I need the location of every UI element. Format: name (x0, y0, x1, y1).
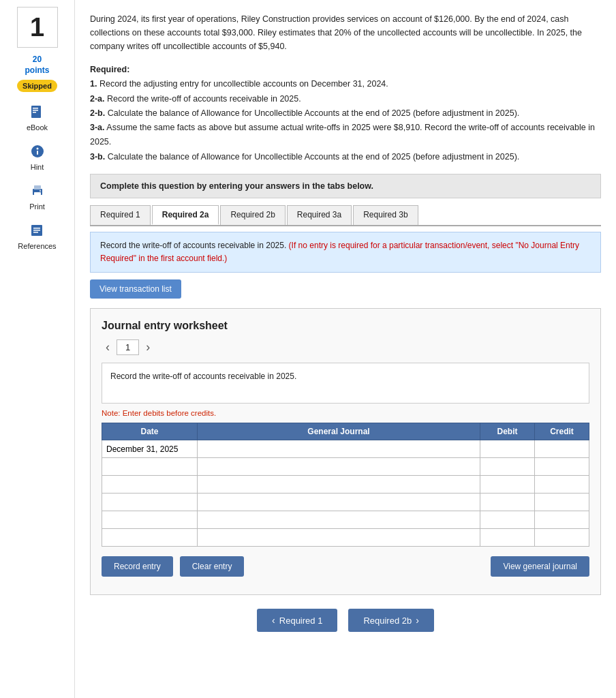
req-2a: 2-a. Record the write-off of accounts re… (90, 92, 601, 106)
prev-arrow-icon: ‹ (272, 615, 275, 626)
credit-input-6[interactable] (539, 533, 585, 543)
date-cell-5 (102, 511, 198, 529)
main-content: During 2024, its first year of operation… (75, 0, 616, 698)
date-input-1[interactable] (106, 444, 193, 454)
date-input-5[interactable] (106, 515, 193, 525)
journal-cell-6 (198, 529, 480, 547)
prev-nav-label: Required 1 (279, 616, 323, 626)
debit-cell-2 (480, 458, 535, 476)
date-cell-1 (102, 440, 198, 458)
table-row (102, 529, 589, 547)
worksheet-title: Journal entry worksheet (102, 320, 589, 332)
journal-input-3[interactable] (202, 480, 476, 489)
skipped-badge: Skipped (17, 80, 57, 92)
view-general-journal-button[interactable]: View general journal (491, 556, 589, 577)
svg-point-10 (40, 190, 41, 192)
table-row (102, 440, 589, 458)
col-header-journal: General Journal (198, 423, 480, 440)
tab-required3a[interactable]: Required 3a (287, 205, 352, 225)
question-number-box: 1 (17, 7, 58, 48)
debit-cell-6 (480, 529, 535, 547)
col-header-date: Date (102, 423, 198, 440)
journal-cell-4 (198, 494, 480, 511)
svg-rect-8 (34, 185, 41, 189)
debit-cell-1 (480, 440, 535, 458)
sidebar-item-ebook-label: eBook (27, 123, 48, 132)
debit-input-4[interactable] (484, 498, 530, 507)
debit-cell-3 (480, 476, 535, 494)
journal-input-4[interactable] (202, 498, 476, 507)
points-value: 20 (33, 55, 42, 64)
required-list: Required: 1. Record the adjusting entry … (90, 63, 601, 164)
sidebar-item-references-label: References (18, 242, 56, 250)
req-3b-text: Calculate the balance of Allowance for U… (108, 152, 520, 162)
svg-rect-6 (37, 151, 38, 155)
date-input-2[interactable] (106, 462, 193, 472)
req-3b: 3-b. Calculate the balance of Allowance … (90, 150, 601, 164)
next-arrow-icon: › (416, 615, 419, 626)
required-heading: Required: (90, 65, 129, 74)
tab-required2b[interactable]: Required 2b (220, 205, 285, 225)
svg-rect-13 (33, 230, 40, 231)
print-icon (27, 181, 48, 201)
prev-nav-button[interactable]: ‹ Required 1 (257, 609, 337, 632)
next-nav-button[interactable]: Required 2b › (348, 609, 434, 632)
page-number-box: 1 (117, 339, 139, 355)
debit-input-3[interactable] (484, 480, 530, 489)
credit-cell-6 (535, 529, 589, 547)
svg-rect-12 (33, 228, 40, 229)
svg-rect-9 (34, 192, 41, 196)
record-entry-button[interactable]: Record entry (102, 556, 173, 577)
clear-entry-button[interactable]: Clear entry (180, 556, 245, 577)
credit-input-5[interactable] (539, 515, 585, 525)
credit-input-2[interactable] (539, 462, 585, 472)
journal-cell-1 (198, 440, 480, 458)
journal-cell-3 (198, 476, 480, 494)
blue-instruction: Record the write-off of accounts receiva… (90, 232, 601, 273)
sidebar-item-ebook[interactable]: eBook (27, 102, 48, 132)
debit-input-5[interactable] (484, 515, 530, 525)
entry-description-box: Record the write-off of accounts receiva… (102, 363, 589, 404)
sidebar: 1 20 points Skipped eBook (0, 0, 75, 698)
sidebar-item-print[interactable]: Print (27, 181, 48, 211)
worksheet-nav: ‹ 1 › (102, 339, 589, 356)
points-display: 20 points (25, 55, 50, 76)
date-cell-2 (102, 458, 198, 476)
view-transaction-button[interactable]: View transaction list (90, 279, 181, 299)
blue-instruction-main: Record the write-off of accounts receiva… (100, 241, 286, 250)
date-input-4[interactable] (106, 498, 193, 507)
journal-input-6[interactable] (202, 533, 476, 543)
debit-cell-5 (480, 511, 535, 529)
req-3a: 3-a. Assume the same facts as above but … (90, 121, 601, 150)
journal-input-2[interactable] (202, 462, 476, 472)
journal-cell-2 (198, 458, 480, 476)
col-header-debit: Debit (480, 423, 535, 440)
tab-required3b[interactable]: Required 3b (353, 205, 418, 225)
sidebar-item-print-label: Print (29, 202, 45, 211)
debit-input-1[interactable] (484, 444, 530, 454)
svg-rect-1 (33, 108, 38, 109)
journal-input-5[interactable] (202, 515, 476, 525)
credit-input-3[interactable] (539, 480, 585, 489)
debit-input-6[interactable] (484, 533, 530, 543)
tab-required1[interactable]: Required 1 (90, 205, 151, 225)
note-text: Note: Enter debits before credits. (102, 409, 589, 417)
date-input-6[interactable] (106, 533, 193, 543)
table-row (102, 458, 589, 476)
points-text: points (25, 65, 50, 75)
journal-input-1[interactable] (202, 444, 476, 454)
prev-page-arrow[interactable]: ‹ (102, 339, 114, 356)
tab-required2a[interactable]: Required 2a (152, 205, 219, 225)
date-cell-6 (102, 529, 198, 547)
debit-cell-4 (480, 494, 535, 511)
sidebar-item-references[interactable]: References (18, 220, 56, 250)
credit-input-1[interactable] (539, 444, 585, 454)
req-2b-text: Calculate the balance of Allowance for U… (108, 108, 520, 118)
req-2a-text: Record the write-off of accounts receiva… (107, 94, 301, 104)
date-input-3[interactable] (106, 480, 193, 489)
sidebar-item-hint[interactable]: Hint (27, 141, 48, 171)
next-page-arrow[interactable]: › (142, 339, 154, 356)
credit-cell-4 (535, 494, 589, 511)
credit-input-4[interactable] (539, 498, 585, 507)
debit-input-2[interactable] (484, 462, 530, 472)
